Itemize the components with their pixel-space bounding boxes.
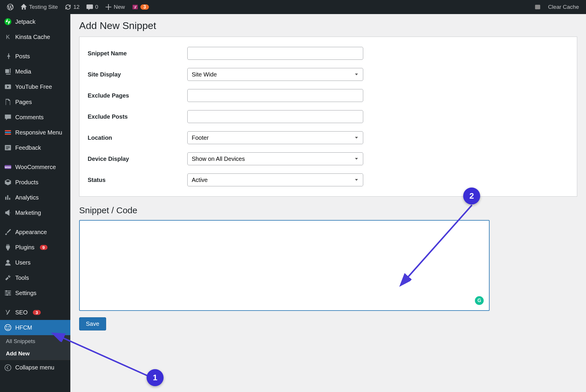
location-select[interactable]: Footer [187,131,363,144]
svg-line-21 [402,205,472,284]
jetpack-icon [4,18,12,25]
clear-cache-label: Clear Cache [548,4,579,10]
box-icon [4,178,12,186]
updates-link[interactable]: 12 [61,0,83,14]
snippet-name-input[interactable] [187,47,363,60]
kinsta-icon: K [4,33,12,41]
sidebar-item-comments[interactable]: Comments [0,110,70,125]
collapse-icon [4,364,12,371]
annotation-arrow-2 [393,199,484,290]
site-link[interactable]: Testing Site [17,0,61,14]
sidebar-item-posts[interactable]: Posts [0,49,70,64]
comments-count: 0 [95,4,98,10]
home-icon [21,4,27,10]
svg-point-17 [6,326,7,327]
admin-bar: Testing Site 12 0 New 3 Clear Cache [0,0,586,14]
comment-icon [4,113,12,121]
exclude-pages-label: Exclude Pages [88,85,187,106]
svg-rect-11 [5,293,11,294]
save-button[interactable]: Save [79,317,106,330]
site-display-select[interactable]: Site Wide [187,68,363,81]
svg-point-9 [6,260,9,263]
svg-rect-3 [5,130,11,131]
sidebar-item-kinsta[interactable]: KKinsta Cache [0,29,70,45]
seo-badge: 3 [33,310,40,315]
wordpress-icon [7,4,13,10]
svg-point-19 [5,364,11,371]
updates-count: 12 [73,4,79,10]
sidebar-item-feedback[interactable]: Feedback [0,140,70,155]
refresh-icon [65,4,71,10]
svg-rect-14 [9,292,10,294]
device-display-select[interactable]: Show on All Devices [187,152,363,165]
media-icon [4,68,12,75]
sidebar-item-settings[interactable]: Settings [0,285,70,301]
cache-icon [534,4,541,10]
status-select[interactable]: Active [187,173,363,186]
site-name: Testing Site [29,4,58,10]
sidebar-item-analytics[interactable]: Analytics [0,190,70,205]
svg-point-1 [4,18,11,25]
yoast-icon [132,4,138,10]
feedback-icon [4,144,12,151]
yoast-badge: 3 [140,4,149,10]
location-label: Location [88,127,187,148]
svg-rect-10 [5,291,11,292]
sidebar-item-seo[interactable]: SEO3 [0,305,70,320]
annotation-badge-1: 1 [147,369,164,386]
site-display-label: Site Display [88,64,187,85]
svg-rect-0 [535,5,541,9]
code-heading: Snippet / Code [79,205,577,215]
yoast-icon [4,309,12,316]
user-icon [4,259,12,266]
sidebar-item-woocommerce[interactable]: wooWooCommerce [0,159,70,175]
woo-icon: woo [4,163,12,171]
sidebar-item-products[interactable]: Products [0,175,70,190]
svg-point-16 [5,325,11,331]
sidebar-item-tools[interactable]: Tools [0,270,70,285]
sidebar-item-users[interactable]: Users [0,255,70,270]
responsive-icon [4,129,12,136]
cache-indicator[interactable] [531,0,544,14]
sidebar-item-pages[interactable]: Pages [0,94,70,110]
chart-icon [4,194,12,201]
svg-rect-5 [5,134,11,135]
pages-icon [4,98,12,106]
clear-cache-button[interactable]: Clear Cache [544,0,582,14]
svg-rect-12 [5,294,11,295]
svg-rect-15 [7,294,8,296]
sidebar-item-youtube[interactable]: YouTube Free [0,79,70,94]
exclude-posts-input[interactable] [187,110,363,123]
plug-icon [4,243,12,251]
sidebar-item-media[interactable]: Media [0,64,70,79]
brush-icon [4,228,12,236]
status-label: Status [88,169,187,190]
page-title: Add New Snippet [79,20,577,31]
grammarly-icon[interactable]: G [475,296,484,305]
yoast-link[interactable]: 3 [128,0,152,14]
wrench-icon [4,274,12,282]
hfcm-icon [4,324,12,331]
main-content: Add New Snippet Snippet Name Site Displa… [70,14,586,336]
sidebar-item-responsive-menu[interactable]: Responsive Menu [0,125,70,140]
snippet-form-panel: Snippet Name Site Display Site Wide Excl… [79,37,577,197]
comments-link[interactable]: 0 [83,0,102,14]
plugins-badge: 9 [40,245,47,250]
svg-line-20 [54,334,152,378]
megaphone-icon [4,209,12,217]
annotation-arrow-1 [50,331,158,381]
pin-icon [4,52,12,60]
video-icon [4,83,12,91]
sidebar-item-appearance[interactable]: Appearance [0,224,70,240]
sidebar-item-marketing[interactable]: Marketing [0,205,70,220]
exclude-pages-input[interactable] [187,89,363,102]
settings-icon [4,289,12,297]
device-display-label: Device Display [88,148,187,169]
new-link[interactable]: New [102,0,128,14]
new-label: New [114,4,125,10]
sidebar-item-plugins[interactable]: Plugins9 [0,240,70,255]
svg-text:woo: woo [5,166,11,169]
wordpress-logo[interactable] [4,0,17,14]
plus-icon [105,4,112,10]
sidebar-item-jetpack[interactable]: Jetpack [0,14,70,29]
